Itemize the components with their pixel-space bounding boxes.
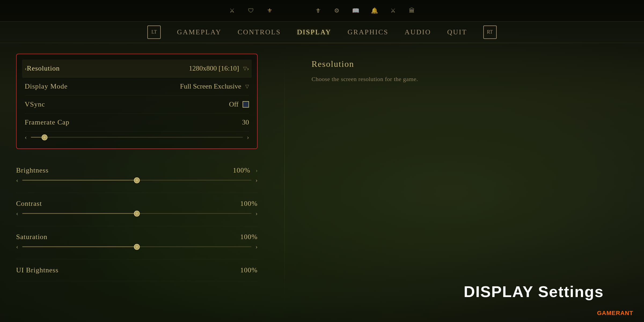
resolution-arrow-right[interactable]: ›	[247, 65, 249, 72]
vsync-row[interactable]: VSync Off	[25, 96, 249, 114]
vsync-checkbox[interactable]	[243, 101, 249, 108]
contrast-value: 100%	[240, 200, 258, 208]
ui-brightness-row: UI Brightness 100%	[16, 266, 258, 274]
brightness-row: Brightness 100% ›	[16, 166, 258, 174]
vertical-divider	[284, 54, 285, 311]
nav-item-gameplay[interactable]: GAMEPLAY	[177, 28, 221, 36]
top-bar: ⚔ 🛡 ⚜ 🗡 ⚙ 📖 🔔 ⚔ 🏛	[0, 0, 644, 21]
contrast-slider-fill	[22, 213, 137, 214]
saturation-slider-right[interactable]: ›	[255, 243, 258, 250]
contrast-slider-container[interactable]: ‹ ›	[16, 208, 258, 219]
gamerant-logo-game: GAME	[597, 310, 616, 316]
top-icons: ⚔ 🛡 ⚜ 🗡 ⚙ 📖 🔔 ⚔ 🏛	[227, 5, 417, 16]
display-mode-value-container: Full Screen Exclusive ▽	[180, 82, 249, 90]
nav-item-quit[interactable]: QUIT	[447, 28, 467, 36]
brightness-right-arrow[interactable]: ›	[256, 167, 258, 174]
main-content: ‹ Resolution 1280x800 [16:10] ▽ › Displa…	[0, 43, 644, 322]
framerate-slider-right[interactable]: ›	[247, 134, 249, 141]
vsync-label: VSync	[25, 100, 45, 108]
saturation-label: Saturation	[16, 233, 47, 241]
brightness-setting: Brightness 100% › ‹ ›	[16, 160, 258, 193]
icon-5: 🗡	[313, 5, 323, 16]
resolution-row[interactable]: ‹ Resolution 1280x800 [16:10] ▽ ›	[22, 60, 252, 78]
framerate-slider-left[interactable]: ‹	[25, 134, 27, 141]
framerate-value-container: 30	[242, 118, 249, 126]
brightness-slider-right[interactable]: ›	[255, 177, 258, 184]
saturation-row: Saturation 100%	[16, 233, 258, 241]
brightness-slider-container[interactable]: ‹ ›	[16, 174, 258, 186]
icon-6: ⚙	[331, 5, 342, 16]
brightness-slider-thumb[interactable]	[134, 177, 140, 183]
saturation-slider-thumb[interactable]	[134, 244, 140, 250]
icon-8: 🔔	[369, 5, 380, 16]
contrast-row: Contrast 100%	[16, 200, 258, 208]
contrast-slider-track[interactable]	[22, 213, 251, 214]
icon-3: ⚜	[264, 5, 275, 16]
resolution-group: ‹ Resolution 1280x800 [16:10] ▽ › Displa…	[16, 54, 258, 149]
saturation-value: 100%	[240, 233, 258, 241]
ui-brightness-label: UI Brightness	[16, 266, 58, 274]
nav-item-audio[interactable]: AUDIO	[405, 28, 431, 36]
display-mode-value: Full Screen Exclusive	[180, 82, 241, 90]
ui-brightness-setting: UI Brightness 100%	[16, 259, 258, 281]
gamerant-logo-rant: RANT	[616, 310, 633, 316]
resolution-dropdown-icon: ▽	[243, 65, 247, 71]
icon-1: ⚔	[227, 5, 237, 16]
icon-4	[283, 5, 305, 16]
display-mode-row[interactable]: Display Mode Full Screen Exclusive ▽	[25, 78, 249, 96]
description-text: Choose the screen resolution for the gam…	[312, 74, 628, 84]
saturation-slider-left[interactable]: ‹	[16, 243, 18, 250]
brightness-slider-left[interactable]: ‹	[16, 177, 18, 184]
contrast-setting: Contrast 100% ‹ ›	[16, 193, 258, 226]
contrast-slider-left[interactable]: ‹	[16, 210, 18, 217]
saturation-slider-fill	[22, 246, 137, 247]
saturation-slider-track[interactable]	[22, 246, 251, 247]
contrast-slider-right[interactable]: ›	[255, 210, 258, 217]
icon-9: ⚔	[388, 5, 398, 16]
description-panel: Resolution Choose the screen resolution …	[312, 54, 628, 311]
nav-right-icon: RT	[483, 25, 497, 39]
vsync-value-container: Off	[229, 100, 249, 108]
resolution-arrow-left[interactable]: ‹	[25, 65, 27, 72]
settings-panel: ‹ Resolution 1280x800 [16:10] ▽ › Displa…	[16, 54, 258, 311]
framerate-slider-fill	[31, 137, 42, 138]
brightness-label: Brightness	[16, 166, 49, 174]
resolution-label: Resolution	[27, 64, 60, 72]
nav-bar: LT GAMEPLAY CONTROLS DISPLAY GRAPHICS AU…	[0, 21, 644, 43]
resolution-value: 1280x800 [16:10]	[189, 64, 239, 72]
display-mode-label: Display Mode	[25, 82, 68, 90]
watermark-text: DISPLAY Settings	[464, 283, 604, 301]
nav-item-controls[interactable]: CONTROLS	[237, 28, 281, 36]
icon-2: 🛡	[246, 5, 256, 16]
ui-brightness-value: 100%	[240, 266, 258, 274]
resolution-value-container: 1280x800 [16:10] ▽	[189, 64, 247, 72]
brightness-value: 100%	[233, 166, 250, 174]
icon-7: 📖	[350, 5, 361, 16]
nav-item-graphics[interactable]: GRAPHICS	[347, 28, 389, 36]
framerate-row[interactable]: Framerate Cap 30	[25, 114, 249, 131]
icon-10: 🏛	[407, 5, 417, 16]
framerate-value: 30	[242, 118, 249, 126]
vsync-value: Off	[229, 100, 239, 108]
brightness-slider-track[interactable]	[22, 180, 251, 181]
saturation-slider-container[interactable]: ‹ ›	[16, 241, 258, 253]
gamerant-logo: GAMERANT	[597, 310, 633, 317]
description-title: Resolution	[312, 59, 628, 69]
display-mode-dropdown-icon: ▽	[245, 83, 249, 89]
framerate-slider-thumb[interactable]	[42, 134, 47, 140]
framerate-slider-container[interactable]: ‹ ›	[25, 131, 249, 143]
nav-item-display[interactable]: DISPLAY	[297, 28, 331, 36]
brightness-slider-fill	[22, 180, 137, 181]
contrast-slider-thumb[interactable]	[134, 211, 140, 217]
framerate-label: Framerate Cap	[25, 118, 69, 126]
framerate-slider-track[interactable]	[31, 137, 243, 138]
nav-left-icon: LT	[147, 25, 161, 39]
contrast-label: Contrast	[16, 200, 42, 208]
saturation-setting: Saturation 100% ‹ ›	[16, 226, 258, 259]
